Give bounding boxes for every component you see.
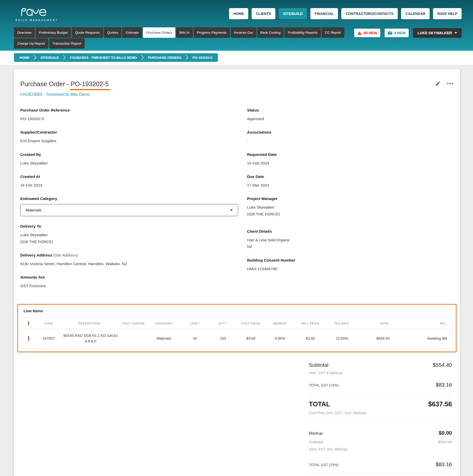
top-nav: HOME CLIENTS SITE/BUILD FINANCIAL CONTRA… [229, 8, 462, 19]
divider [309, 421, 452, 421]
field-delivery-address: Delivery Address (Site Address) 919c Vic… [20, 253, 247, 267]
user-menu-label: LUKE SKYWALKER [418, 31, 452, 35]
top-nav-site-build[interactable]: SITE/BUILD [279, 8, 307, 19]
page-title: Purchase Order - PO-193202-5 [20, 80, 453, 88]
subtotal2-amount: $554.40 [438, 440, 452, 444]
cell-code: 167507 [36, 336, 61, 341]
subtotal-note: (excl. GST & Markup) [309, 371, 452, 375]
cell-description: 90X45 RAD SG8 H1.2 KD GAUG 4.8-6.0 [61, 333, 120, 344]
line-items-header-row: CODE DESCRIPTION * COST CENTRE CATEGORY … [21, 318, 452, 329]
breadcrumb: HOME SITE/BUILD FAGB23003 - TIMESHEET TO… [14, 53, 218, 62]
chevron-down-icon [455, 32, 457, 34]
total-label: TOTAL [309, 400, 330, 408]
warning-triangle-icon [357, 31, 362, 35]
divider [309, 394, 452, 394]
total-gst-label: TOTAL GST (15%) [309, 383, 338, 387]
breadcrumb-chevron-icon [185, 55, 188, 60]
breadcrumb-chevron-icon [33, 55, 36, 60]
top-nav-home[interactable]: HOME [229, 8, 248, 19]
po-number: PO-193202-5 [71, 80, 109, 87]
total-gst-amount: $83.16 [436, 382, 452, 388]
field-delivery-to: Delivery To Luke Skywalker (028 THE FORC… [20, 224, 247, 245]
table-row: 167507 90X45 RAD SG8 H1.2 KD GAUG 4.8-6.… [21, 329, 452, 348]
estimated-category-value: Materials [26, 208, 42, 212]
total-gst2-amount: $83.16 [436, 461, 452, 467]
select-all-checkbox[interactable] [28, 321, 29, 325]
tab-cc-report[interactable]: CC Report [321, 27, 344, 38]
project-nav: Overview Preliminary Budget Quote Reques… [14, 27, 462, 49]
subtotal-label: Subtotal [309, 362, 328, 368]
top-nav-financial[interactable]: FINANCIAL [310, 8, 338, 19]
page-area: Purchase Order - PO-193202-5 FAGB23003 -… [0, 65, 473, 476]
col-tax-rate: TAX RATE [327, 321, 357, 326]
line-items-title: Line Items [24, 309, 453, 313]
cell-markup: 0.00% [266, 336, 294, 341]
field-requested-date: Requested Date 16 Feb 2024 [247, 152, 453, 167]
subtotal2-label: Subtotal [309, 440, 323, 444]
top-nav-contractors-contacts[interactable]: CONTRACTORS/CONTACTS [341, 8, 398, 19]
col-total: TOTAL [357, 321, 395, 326]
project-link[interactable]: FAGB23003 - Timesheet to Bills Demo [20, 92, 90, 97]
row-checkbox[interactable] [28, 336, 29, 341]
cell-sell-price: $3.60 [294, 336, 327, 341]
messages-badge[interactable]: 4 NEW [385, 29, 409, 37]
envelope-icon [388, 31, 392, 35]
breadcrumb-site-build[interactable]: SITE/BUILD [36, 56, 63, 60]
tab-purchase-orders[interactable]: Purchase Orders [143, 27, 175, 38]
tab-back-costing[interactable]: Back Costing [257, 27, 284, 38]
col-sell-price: SELL PRICE [294, 321, 327, 326]
total-note: Cost Price (incl. GST , excl. Markup) [309, 411, 452, 415]
tab-profitability-reports[interactable]: Profitability Reports [285, 27, 321, 38]
logo-tagline: BUILD MANAGEMENT [15, 19, 58, 22]
app-header: BUILD MANAGEMENT HOME CLIENTS SITE/BUILD… [0, 0, 473, 51]
tab-invoices-out[interactable]: Invoices Out [231, 27, 256, 38]
col-bill: BILL [395, 321, 452, 326]
cell-cost-price: $3.60 [236, 336, 266, 341]
breadcrumb-po-number[interactable]: PO-193202-5 [188, 56, 216, 60]
field-project-manager: Project Manager Luke Skywalker (028 THE … [247, 196, 453, 217]
breadcrumb-purchase-orders[interactable]: PURCHASE ORDERS [144, 56, 185, 60]
field-created-at: Created At 16 Feb 2024 [20, 174, 247, 189]
top-nav-calendar[interactable]: CALENDAR [401, 8, 430, 19]
divider [309, 473, 452, 474]
messages-badge-label: 4 NEW [394, 31, 406, 35]
breadcrumb-home[interactable]: HOME [15, 56, 33, 60]
cell-uom: lm [180, 336, 210, 341]
tab-quotes[interactable]: Quotes [104, 27, 122, 38]
rave-logo[interactable]: BUILD MANAGEMENT [14, 6, 60, 22]
field-estimated-category: Estimated Category Materials [20, 196, 247, 216]
total-amount: $637.56 [428, 400, 452, 408]
tab-bills-in[interactable]: Bills In [176, 27, 193, 38]
chevron-down-icon [230, 209, 233, 211]
tab-charge-up-report[interactable]: Charge Up Report [14, 38, 48, 49]
tab-preliminary-budget[interactable]: Preliminary Budget [35, 27, 71, 38]
edit-button[interactable] [435, 81, 441, 86]
rave-logo-icon [15, 6, 58, 18]
purchase-order-card: Purchase Order - PO-193202-5 FAGB23003 -… [14, 69, 460, 476]
details-section: Purchase Order Reference PO-193202-5 Sup… [17, 108, 457, 297]
tab-overview[interactable]: Overview [14, 27, 35, 38]
cell-qty: 154 [210, 336, 236, 341]
top-nav-rave-help[interactable]: RAVE HELP [433, 8, 462, 19]
field-created-by: Created By Luke Skywalker [20, 152, 247, 167]
user-menu-button[interactable]: LUKE SKYWALKER [413, 28, 462, 38]
pencil-icon [435, 81, 441, 86]
estimated-category-select[interactable]: Materials [20, 204, 238, 216]
breadcrumb-project[interactable]: FAGB23003 - TIMESHEET TO BILLS DEMO [66, 56, 141, 60]
cell-bill-status: Awaiting Bill [395, 336, 452, 341]
alerts-badge[interactable]: 89 NEW [354, 29, 380, 37]
status-value: Approved [247, 116, 453, 122]
top-nav-clients[interactable]: CLIENTS [252, 8, 275, 19]
col-uom: UOM * [180, 321, 210, 326]
more-options-button[interactable] [447, 83, 453, 84]
tab-quote-requests[interactable]: Quote Requests [72, 27, 103, 38]
field-due-date: Due Date 17 Mar 2024 [247, 174, 453, 189]
tab-progress-payments[interactable]: Progress Payments [194, 27, 230, 38]
col-description: DESCRIPTION * [61, 321, 120, 326]
cell-tax-rate: 15.00% [327, 336, 357, 341]
tab-transaction-report[interactable]: Transaction Report [49, 38, 85, 49]
field-supplier-contractor: Supplier/Contractor Evil Empire Supplies [20, 130, 247, 144]
tab-estimate[interactable]: Estimate [122, 27, 142, 38]
subtotal-amount: $554.40 [433, 362, 452, 368]
breadcrumb-chevron-icon [141, 55, 144, 60]
